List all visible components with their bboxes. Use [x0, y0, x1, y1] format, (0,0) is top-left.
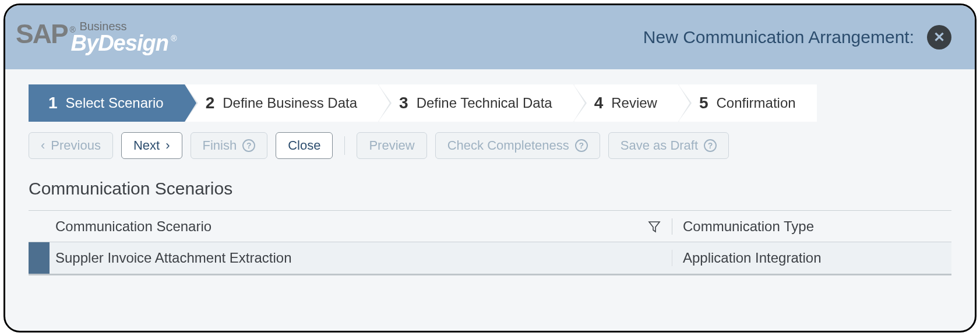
chevron-right-icon: › [165, 139, 170, 152]
save-as-draft-button[interactable]: Save as Draft ? [608, 132, 729, 159]
sap-logo-text: SAP [16, 20, 68, 47]
step-number: 2 [206, 94, 215, 112]
row-selected-indicator [29, 242, 50, 274]
wizard-steps: 1 Select Scenario 2 Define Business Data… [29, 84, 951, 122]
step-label: Define Technical Data [417, 95, 552, 111]
dialog-content: 1 Select Scenario 2 Define Business Data… [5, 69, 975, 275]
step-number: 5 [699, 94, 708, 112]
next-button[interactable]: Next › [121, 132, 182, 159]
chevron-left-icon: ‹ [41, 139, 45, 152]
button-label: Preview [369, 138, 414, 153]
step-number: 4 [594, 94, 604, 112]
step-number: 3 [399, 94, 408, 112]
col-type-header: Communication Type [672, 218, 951, 235]
section-title: Communication Scenarios [29, 179, 951, 199]
filter-icon[interactable] [647, 220, 661, 234]
close-dialog-button[interactable]: ✕ [927, 25, 951, 49]
dialog-header: SAP ® Business ByDesign ® New Communicat… [5, 5, 975, 69]
sap-logo-block: SAP ® Business ByDesign ® [16, 20, 177, 54]
button-label: Save as Draft [621, 138, 698, 153]
page-title: New Communication Arrangement: [643, 27, 914, 47]
header-right: New Communication Arrangement: ✕ [643, 25, 951, 49]
step-label: Select Scenario [66, 95, 164, 111]
button-label: Previous [51, 138, 101, 153]
cell-text: Suppler Invoice Attachment Extraction [55, 250, 292, 266]
close-button[interactable]: Close [276, 132, 333, 159]
wizard-step-3[interactable]: 3 Define Technical Data [379, 84, 573, 122]
table-row[interactable]: Suppler Invoice Attachment Extraction Ap… [29, 242, 951, 274]
preview-button[interactable]: Preview [357, 132, 426, 159]
wizard-step-4[interactable]: 4 Review [574, 84, 678, 122]
previous-button[interactable]: ‹ Previous [29, 132, 113, 159]
help-icon: ? [575, 139, 588, 152]
header-label: Communication Scenario [55, 218, 211, 235]
button-label: Finish [203, 138, 237, 153]
finish-button[interactable]: Finish ? [191, 132, 268, 159]
button-label: Next [133, 138, 160, 153]
cell-text: Application Integration [683, 250, 822, 266]
wizard-step-5[interactable]: 5 Confirmation [679, 84, 817, 122]
help-icon: ? [242, 139, 255, 152]
check-completeness-button[interactable]: Check Completeness ? [435, 132, 600, 159]
trademark-mark: ® [171, 34, 177, 43]
step-label: Define Business Data [223, 95, 357, 111]
logo-subtext: ® Business ByDesign ® [71, 20, 177, 54]
bydesign-text: ByDesign [71, 31, 168, 55]
step-label: Confirmation [717, 95, 796, 111]
toolbar: ‹ Previous Next › Finish ? Close Preview… [29, 132, 951, 159]
step-number: 1 [48, 94, 58, 112]
step-label: Review [611, 95, 657, 111]
header-label: Communication Type [683, 218, 814, 234]
wizard-step-1[interactable]: 1 Select Scenario [29, 84, 185, 122]
row-type-cell: Application Integration [672, 250, 951, 266]
registered-mark: ® [70, 25, 76, 34]
help-icon: ? [704, 139, 717, 152]
row-scenario-cell: Suppler Invoice Attachment Extraction [50, 250, 672, 266]
dialog-window: SAP ® Business ByDesign ® New Communicat… [3, 3, 977, 333]
button-label: Check Completeness [447, 138, 569, 153]
wizard-step-2[interactable]: 2 Define Business Data [186, 84, 378, 122]
separator [344, 136, 345, 155]
close-icon: ✕ [933, 30, 945, 44]
table-header-row: Communication Scenario Communication Typ… [29, 211, 951, 242]
scenarios-table: Communication Scenario Communication Typ… [29, 210, 951, 275]
button-label: Close [288, 138, 320, 153]
col-scenario-header: Communication Scenario [50, 218, 672, 235]
